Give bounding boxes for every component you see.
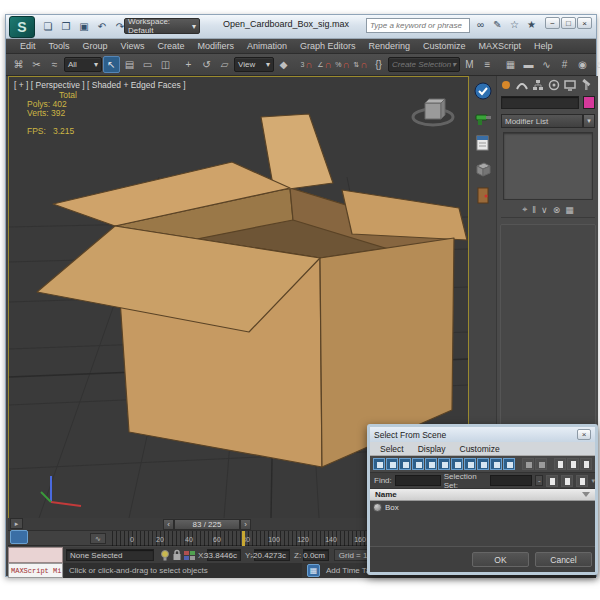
y-coordinate-field[interactable]: -20.4273c — [254, 549, 290, 561]
menu-create[interactable]: Create — [157, 41, 184, 51]
maxscript-mini-listener[interactable]: MAXScript Mi — [8, 563, 63, 578]
list-item[interactable]: Box — [370, 501, 595, 513]
menu-rendering[interactable]: Rendering — [369, 41, 411, 51]
display-frozen-icon[interactable] — [522, 458, 534, 470]
make-unique-icon[interactable]: ∨ — [541, 205, 548, 215]
schematic-view-icon[interactable]: # — [556, 56, 573, 73]
dialog-menu-select[interactable]: Select — [380, 444, 404, 454]
chevron-down-icon[interactable]: ▾ — [583, 114, 595, 128]
display-spacewarps-icon[interactable] — [438, 458, 450, 470]
menu-modifiers[interactable]: Modifiers — [197, 41, 234, 51]
maxscript-mini-listener-pink[interactable] — [8, 547, 63, 563]
select-and-link-icon[interactable]: ⌘ — [10, 56, 27, 73]
display-containers-icon[interactable] — [490, 458, 502, 470]
tab-utilities[interactable] — [579, 78, 592, 91]
sphere-check-icon[interactable] — [474, 82, 492, 100]
absolute-offset-toggle-icon[interactable] — [184, 549, 195, 561]
display-shapes-icon[interactable] — [386, 458, 398, 470]
tab-create[interactable] — [499, 78, 512, 91]
select-and-scale-icon[interactable]: ▱ — [216, 56, 233, 73]
close-button[interactable]: × — [577, 17, 592, 29]
dialog-title-bar[interactable]: Select From Scene × — [370, 427, 595, 442]
drill-icon[interactable] — [474, 108, 492, 126]
ok-button[interactable]: OK — [472, 552, 529, 567]
viewport-label[interactable]: [ + ] [ Perspective ] [ Shaded + Edged F… — [14, 80, 186, 90]
select-and-manipulate-icon[interactable]: ◆ — [275, 56, 292, 73]
window-crossing-icon[interactable]: ◫ — [157, 56, 174, 73]
previous-frame-button[interactable]: ‹ — [163, 519, 174, 530]
x-coordinate-field[interactable]: 33.8446c — [207, 549, 241, 561]
reference-coordinate-dropdown[interactable]: View ▾ — [234, 57, 274, 72]
script-doc-icon[interactable] — [474, 134, 492, 152]
name-column-header[interactable]: Name — [370, 489, 595, 501]
named-selection-sets-dropdown[interactable]: Create Selection Set ▾ — [388, 57, 460, 72]
menu-customize[interactable]: Customize — [423, 41, 466, 51]
favorites-star-icon[interactable]: ★ — [525, 17, 538, 32]
search-input[interactable] — [367, 19, 469, 32]
remove-set-icon[interactable]: - — [535, 475, 543, 486]
next-frame-button[interactable]: › — [240, 519, 251, 530]
selection-set-dropdown[interactable] — [490, 475, 532, 486]
snap-toggle-3d-icon[interactable]: 3∩ — [298, 56, 315, 73]
menu-edit[interactable]: Edit — [20, 41, 36, 51]
tab-modify[interactable] — [515, 78, 528, 91]
remove-modifier-icon[interactable]: ⊗ — [553, 205, 561, 215]
undo-icon[interactable]: ↶ — [94, 18, 110, 34]
menu-tools[interactable]: Tools — [49, 41, 70, 51]
select-object-icon[interactable]: ↖ — [103, 56, 120, 73]
copy-set-icon[interactable] — [561, 475, 573, 487]
edit-named-selections-icon[interactable]: {} — [370, 56, 387, 73]
display-helpers-icon[interactable] — [425, 458, 437, 470]
show-end-result-icon[interactable]: ‖ — [532, 205, 536, 215]
expand-all-icon[interactable] — [580, 458, 592, 470]
select-by-name-icon[interactable]: ▤ — [121, 56, 138, 73]
configure-modifier-sets-icon[interactable]: ▦ — [565, 205, 574, 215]
search-icon[interactable]: ∞ — [474, 17, 487, 32]
object-color-swatch[interactable] — [583, 96, 595, 109]
ribbon-toggle-icon[interactable]: ▬ — [520, 56, 537, 73]
mini-curve-editor-icon[interactable]: ∿ — [90, 533, 106, 544]
unlink-selection-icon[interactable]: ✂ — [28, 56, 45, 73]
minimize-button[interactable]: − — [545, 17, 560, 29]
dialog-menu-display[interactable]: Display — [418, 444, 446, 454]
display-bones-icon[interactable] — [477, 458, 489, 470]
menu-graph-editors[interactable]: Graph Editors — [300, 41, 356, 51]
current-frame-marker[interactable] — [242, 531, 245, 546]
maximize-button[interactable]: □ — [561, 17, 576, 29]
layer-manager-icon[interactable]: ▦ — [502, 56, 519, 73]
display-lights-icon[interactable] — [399, 458, 411, 470]
time-slider-handle[interactable]: ‹ 83 / 225 › — [163, 519, 251, 530]
object-name-field[interactable] — [501, 96, 579, 109]
trackbar-ruler[interactable]: 0 20 40 60 80 100 120 140 160 — [112, 531, 372, 546]
tab-display[interactable] — [563, 78, 576, 91]
menu-group[interactable]: Group — [83, 41, 108, 51]
save-file-icon[interactable]: ▣ — [76, 18, 92, 34]
viewcube[interactable] — [410, 95, 456, 129]
z-coordinate-field[interactable]: 0.0cm — [303, 549, 329, 561]
bind-to-spacewarp-icon[interactable]: ≈ — [46, 56, 63, 73]
isolate-toggle-icon[interactable] — [160, 549, 170, 561]
render-setup-icon[interactable]: ♨ — [592, 56, 600, 73]
display-cameras-icon[interactable] — [412, 458, 424, 470]
save-set-icon[interactable] — [546, 475, 558, 487]
modifier-list-dropdown[interactable]: Modifier List — [501, 114, 583, 128]
menu-help[interactable]: Help — [534, 41, 553, 51]
display-xrefs-icon[interactable] — [464, 458, 476, 470]
keyboard-override-toggle-icon[interactable]: ▦ — [307, 564, 320, 577]
dialog-close-icon[interactable]: × — [577, 429, 591, 440]
display-hidden-icon[interactable] — [535, 458, 547, 470]
door-icon[interactable] — [474, 186, 492, 204]
cancel-button[interactable]: Cancel — [535, 552, 592, 567]
menu-animation[interactable]: Animation — [247, 41, 287, 51]
chevron-down-icon[interactable]: ▾ — [591, 477, 595, 485]
paste-set-icon[interactable] — [576, 475, 588, 487]
mirror-icon[interactable]: M — [461, 56, 478, 73]
tab-hierarchy[interactable] — [531, 78, 544, 91]
spinner-snap-icon[interactable]: ⇅∩ — [352, 56, 369, 73]
tab-motion[interactable] — [547, 78, 560, 91]
display-groups-icon[interactable] — [451, 458, 463, 470]
display-geometry-icon[interactable] — [373, 458, 385, 470]
selection-lock-icon[interactable] — [172, 549, 182, 561]
communication-center-icon[interactable]: ☆ — [508, 17, 521, 32]
list-view-icon[interactable] — [554, 458, 566, 470]
